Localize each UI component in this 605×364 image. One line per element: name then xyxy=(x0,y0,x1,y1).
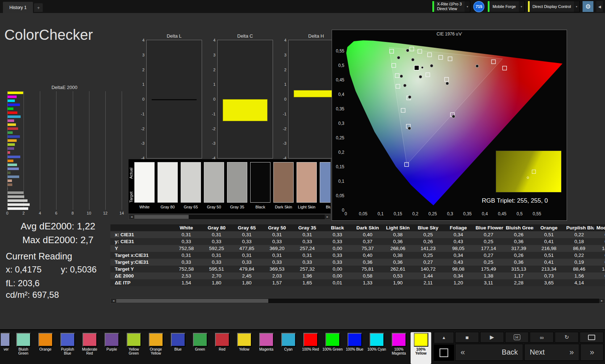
stop-button[interactable]: ■ xyxy=(455,332,479,343)
patch-button-100-magenta[interactable]: 100% Magenta xyxy=(388,332,409,364)
top-bar: History 1 + X-Rite i1Pro 3 Direct View ▼… xyxy=(0,0,605,13)
more-right-button[interactable]: » xyxy=(580,344,604,361)
patch-button-100-cyan[interactable]: 100% Cyan xyxy=(366,332,387,364)
table-scroll-thumb[interactable] xyxy=(116,299,268,303)
strip-patch-light-skin[interactable] xyxy=(297,162,317,203)
cie-chart-title: CIE 1976 u'v' xyxy=(332,31,567,37)
patch-color-swatch xyxy=(215,333,230,347)
patch-button-orange-yellow[interactable]: Orange Yellow xyxy=(146,332,166,364)
continuous-measure-button[interactable]: ∞ xyxy=(530,332,554,343)
tab-history-1[interactable]: History 1 xyxy=(3,2,33,13)
patch-button-red[interactable]: Red xyxy=(212,332,232,364)
expand-up-button[interactable]: ▲ xyxy=(434,332,454,343)
deltae-bar-orange-yellow xyxy=(8,139,17,142)
deltae-bar-yellow-green xyxy=(8,143,15,146)
delta-y-tick-label: -2 xyxy=(212,127,215,131)
play-button[interactable]: ▶ xyxy=(480,332,504,343)
table-corner-cell xyxy=(110,224,171,231)
table-cell: 0,31 xyxy=(201,231,231,238)
strip-patch-dark-skin[interactable] xyxy=(273,162,294,203)
hold-button[interactable]: H xyxy=(505,332,529,343)
table-column-header: Orange xyxy=(534,224,564,231)
patch-button-100-red[interactable]: 100% Red xyxy=(300,332,321,364)
strip-patch-label: Gray 50 xyxy=(203,205,224,209)
table-cell: 592,25 xyxy=(201,245,231,252)
table-cell: 0,25 xyxy=(474,238,504,245)
patch-button-label: Purplish Blue xyxy=(57,347,78,355)
patch-button-orange[interactable]: Orange xyxy=(35,332,56,364)
table-cell: 1,44 xyxy=(413,272,443,279)
strip-scroll-track[interactable] xyxy=(134,215,325,219)
cie-x-tick-label: 0,25 xyxy=(428,211,437,216)
patch-button-100-blue[interactable]: 100% Blue xyxy=(344,332,365,364)
patch-button-green[interactable]: Green xyxy=(190,332,210,364)
table-scrollbar[interactable]: ◄ ► xyxy=(110,298,605,304)
strip-patch-white[interactable] xyxy=(134,162,155,203)
chevron-down-icon[interactable]: ▼ xyxy=(519,1,524,12)
patch-button-100-yellow[interactable]: 100% Yellow xyxy=(411,332,431,364)
deltae-x-tick-label: 6 xyxy=(55,211,57,215)
strip-patch-gray-80[interactable] xyxy=(157,162,178,203)
patch-button-magenta[interactable]: Magenta xyxy=(256,332,277,364)
delta-y-tick-label: 2 xyxy=(213,68,215,72)
delta-y-tick-label: -1 xyxy=(283,112,286,116)
strip-patch-gray-65[interactable] xyxy=(181,162,201,203)
strip-patch-label: White xyxy=(134,205,155,209)
strip-patch-gray-35[interactable] xyxy=(227,162,247,203)
collapse-panel-icon[interactable]: ◀ xyxy=(596,1,603,12)
scroll-left-icon[interactable]: ◄ xyxy=(129,215,134,219)
cie-y-tick-label: 0,35 xyxy=(333,106,344,111)
next-button[interactable]: Next » xyxy=(524,344,579,361)
meter-xrite-dropdown[interactable]: X-Rite i1Pro 3 Direct View ▼ xyxy=(432,1,470,12)
chevron-down-icon[interactable]: ▼ xyxy=(574,1,579,12)
cie-x-tick-label: 0,5 xyxy=(517,211,523,216)
patch-button-moderate-red[interactable]: Moderate Red xyxy=(79,332,100,364)
table-cell: 0,25 xyxy=(413,231,443,238)
cie-current-reading-marker xyxy=(414,65,419,70)
table-cell: 2,53 xyxy=(171,272,201,279)
table-cell: 2,45 xyxy=(232,272,262,279)
scroll-left-icon[interactable]: ◄ xyxy=(111,299,116,303)
patch-button-purplish-blue[interactable]: Purplish Blue xyxy=(57,332,78,364)
strip-patch-black[interactable] xyxy=(250,162,270,203)
table-cell: 0,26 xyxy=(413,238,443,245)
patch-button-blue[interactable]: Blue xyxy=(168,332,188,364)
table-row-label: Target x:CIE31 xyxy=(110,252,171,259)
patch-color-swatch xyxy=(83,333,97,347)
scroll-right-icon[interactable]: ► xyxy=(599,299,605,303)
scroll-right-icon[interactable]: ► xyxy=(325,215,330,219)
patch-button-bluish-green[interactable]: Bluish Green xyxy=(13,332,34,364)
patch-button-100-green[interactable]: 100% Green xyxy=(322,332,343,364)
delta-y-tick-label: -2 xyxy=(283,127,286,131)
loop-button[interactable]: ↻ xyxy=(555,332,579,343)
table-cell: 0,33 xyxy=(171,238,201,245)
strip-scroll-thumb[interactable] xyxy=(134,215,189,219)
strip-patch-blue[interactable] xyxy=(320,162,331,203)
cie-measured-marker xyxy=(411,58,414,61)
patch-button-label: Moderate Red xyxy=(79,347,100,355)
table-row-label: x: CIE31 xyxy=(110,231,171,238)
table-scroll-track[interactable] xyxy=(116,299,599,303)
strip-scrollbar[interactable]: ◄ ► xyxy=(129,214,331,220)
black-pattern-button[interactable] xyxy=(434,344,454,361)
patch-button-yellow-green[interactable]: Yellow Green xyxy=(123,332,144,364)
patch-button-yellow[interactable]: Yellow xyxy=(234,332,255,364)
meter-pattern-source-dropdown[interactable]: Mobile Forge ▼ xyxy=(487,1,524,12)
measurement-count-badge: 715 xyxy=(473,1,484,12)
delta-y-tick-label: -1 xyxy=(141,112,144,116)
gear-icon[interactable]: ⚙ xyxy=(583,1,593,12)
table-cell: 98,05 xyxy=(443,245,473,252)
add-tab-button[interactable]: + xyxy=(34,3,43,12)
patch-button-ver[interactable]: ver xyxy=(1,332,12,364)
swatch-target-marker xyxy=(532,170,536,174)
patch-color-swatch xyxy=(149,333,163,347)
strip-patch-gray-50[interactable] xyxy=(204,162,224,203)
chevron-down-icon[interactable]: ▼ xyxy=(465,1,470,12)
back-button[interactable]: « Back xyxy=(455,344,523,361)
patch-button-label: Orange Yellow xyxy=(146,347,166,355)
table-cell: 0,31 xyxy=(201,252,231,259)
patch-button-cyan[interactable]: Cyan xyxy=(278,332,299,364)
meter-display-control-dropdown[interactable]: Direct Display Control ▼ xyxy=(528,1,580,12)
patch-button-purple[interactable]: Purple xyxy=(101,332,122,364)
display-window-button[interactable] xyxy=(580,332,604,343)
